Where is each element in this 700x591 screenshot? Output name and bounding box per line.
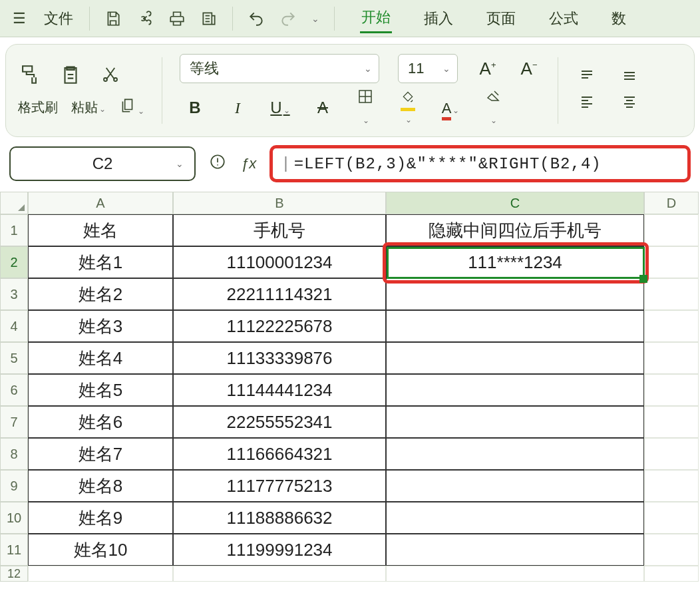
cell-C11[interactable] (386, 534, 644, 566)
select-all-corner[interactable] (0, 192, 28, 214)
cell-A5[interactable]: 姓名4 (28, 342, 173, 374)
align-center-button[interactable] (618, 93, 641, 113)
borders-button[interactable]: ⌄ (354, 89, 377, 127)
bold-button[interactable]: B (184, 98, 206, 117)
cell-A7[interactable]: 姓名6 (28, 406, 173, 438)
format-painter-icon[interactable] (18, 63, 41, 91)
cell-A3[interactable]: 姓名2 (28, 278, 173, 310)
cell-C2[interactable]: 111****1234 (386, 246, 644, 278)
row-header-12[interactable]: 12 (0, 566, 28, 582)
name-box[interactable]: C2 ⌄ (9, 146, 196, 181)
cell-C3[interactable] (386, 278, 644, 310)
cell-D8[interactable] (644, 438, 699, 470)
row-header-1[interactable]: 1 (0, 214, 28, 246)
cut-icon[interactable] (100, 65, 120, 90)
cell-B2[interactable]: 11100001234 (173, 246, 386, 278)
menu-file[interactable]: 文件 (37, 9, 80, 29)
clear-format-button[interactable]: ⌄ (482, 89, 504, 127)
cell-D3[interactable] (644, 278, 699, 310)
cell-D12[interactable] (644, 566, 699, 582)
cell-B3[interactable]: 22211114321 (173, 278, 386, 310)
shrink-font-button[interactable]: A− (518, 59, 540, 79)
cell-B4[interactable]: 11122225678 (173, 310, 386, 342)
cell-D6[interactable] (644, 374, 699, 406)
cell-C10[interactable] (386, 502, 644, 534)
cell-C5[interactable] (386, 342, 644, 374)
hamburger-icon[interactable]: ☰ (5, 5, 33, 33)
cell-D4[interactable] (644, 310, 699, 342)
cell-A11[interactable]: 姓名10 (28, 534, 173, 566)
col-header-D[interactable]: D (644, 192, 699, 214)
cell-D5[interactable] (644, 342, 699, 374)
cell-D11[interactable] (644, 534, 699, 566)
copy-icon[interactable]: ⌄ (119, 97, 144, 118)
cell-D7[interactable] (644, 406, 699, 438)
font-name-select[interactable]: 等线 ⌄ (180, 54, 379, 83)
tab-insert[interactable]: 插入 (423, 5, 454, 33)
paste-label[interactable]: 粘贴⌄ (71, 98, 106, 116)
row-header-10[interactable]: 10 (0, 502, 28, 534)
cell-C4[interactable] (386, 310, 644, 342)
align-left-button[interactable] (576, 93, 598, 113)
fx-icon[interactable]: ƒx (241, 155, 256, 172)
row-header-2[interactable]: 2 (0, 246, 28, 278)
underline-button[interactable]: U⌄ (269, 98, 291, 117)
cell-B10[interactable]: 11188886632 (173, 502, 386, 534)
formula-bar[interactable]: | =LEFT(B2,3)&"****"&RIGHT(B2,4) (269, 145, 691, 182)
font-color-button[interactable]: A⌄ (439, 98, 462, 117)
cell-A1[interactable]: 姓名 (28, 214, 173, 246)
row-header-4[interactable]: 4 (0, 310, 28, 342)
cell-A8[interactable]: 姓名7 (28, 438, 173, 470)
fill-color-button[interactable]: ⌄ (397, 89, 419, 126)
col-header-B[interactable]: B (173, 192, 386, 214)
print-icon[interactable] (163, 5, 191, 33)
undo-icon[interactable] (242, 5, 270, 33)
tab-page[interactable]: 页面 (485, 5, 517, 33)
strikethrough-button[interactable]: A (311, 98, 334, 117)
cell-B9[interactable]: 11177775213 (173, 470, 386, 502)
cell-B11[interactable]: 11199991234 (173, 534, 386, 566)
row-header-9[interactable]: 9 (0, 470, 28, 502)
cancel-formula-icon[interactable] (209, 153, 226, 174)
redo-icon[interactable] (274, 5, 302, 33)
cell-C6[interactable] (386, 374, 644, 406)
row-header-3[interactable]: 3 (0, 278, 28, 310)
cell-A2[interactable]: 姓名1 (28, 246, 173, 278)
grow-font-button[interactable]: A+ (476, 59, 499, 79)
cell-A12[interactable] (28, 566, 173, 582)
font-size-select[interactable]: 11 ⌄ (398, 54, 458, 83)
tab-formula[interactable]: 公式 (548, 5, 580, 33)
col-header-A[interactable]: A (28, 192, 173, 214)
cell-D1[interactable] (644, 214, 699, 246)
cell-C7[interactable] (386, 406, 644, 438)
cell-C1[interactable]: 隐藏中间四位后手机号 (386, 214, 644, 246)
col-header-C[interactable]: C (386, 192, 644, 214)
cell-B1[interactable]: 手机号 (173, 214, 386, 246)
row-header-6[interactable]: 6 (0, 374, 28, 406)
chevron-down-icon[interactable]: ⌄ (306, 5, 325, 33)
cell-B5[interactable]: 11133339876 (173, 342, 386, 374)
row-header-5[interactable]: 5 (0, 342, 28, 374)
cell-A10[interactable]: 姓名9 (28, 502, 173, 534)
cell-B6[interactable]: 11144441234 (173, 374, 386, 406)
cell-C9[interactable] (386, 470, 644, 502)
row-header-7[interactable]: 7 (0, 406, 28, 438)
cell-C8[interactable] (386, 438, 644, 470)
format-painter-label[interactable]: 格式刷 (18, 98, 58, 116)
cell-A6[interactable]: 姓名5 (28, 374, 173, 406)
row-header-11[interactable]: 11 (0, 534, 28, 566)
row-header-8[interactable]: 8 (0, 438, 28, 470)
align-top-button[interactable] (576, 68, 598, 88)
cell-B8[interactable]: 11166664321 (173, 438, 386, 470)
cell-B12[interactable] (173, 566, 386, 582)
cell-D2[interactable] (644, 246, 699, 278)
print-preview-icon[interactable] (195, 5, 223, 33)
spreadsheet-grid[interactable]: A B C D 1 姓名 手机号 隐藏中间四位后手机号 2 姓名1 111000… (0, 192, 700, 582)
tab-home[interactable]: 开始 (360, 3, 392, 33)
paste-icon[interactable] (59, 63, 82, 91)
share-icon[interactable] (131, 5, 159, 33)
italic-button[interactable]: I (226, 99, 249, 117)
cell-C12[interactable] (386, 566, 644, 582)
cell-A4[interactable]: 姓名3 (28, 310, 173, 342)
cell-D9[interactable] (644, 470, 699, 502)
